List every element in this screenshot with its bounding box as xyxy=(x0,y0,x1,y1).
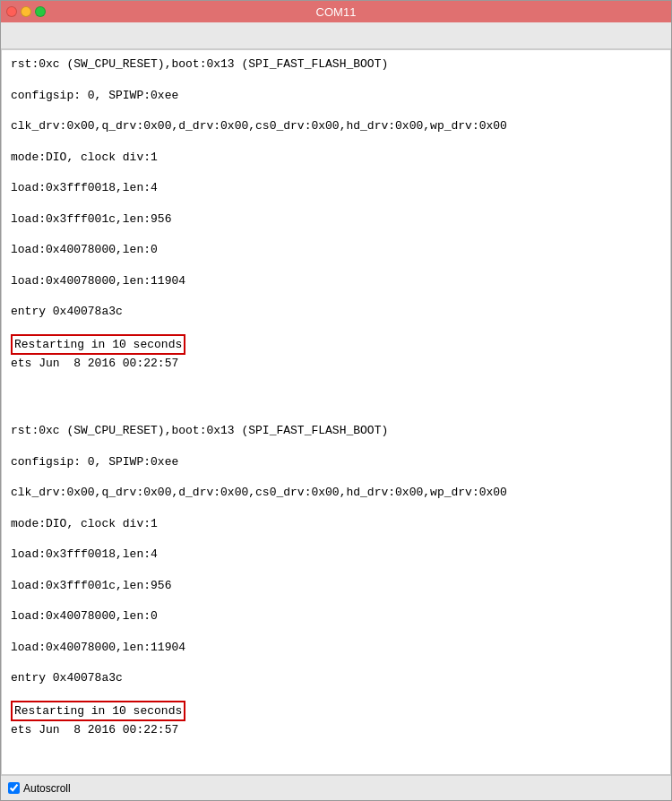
main-window: COM11 rst:0xc (SW_CPU_RESET),boot:0x13 (… xyxy=(0,0,672,801)
window-title: COM11 xyxy=(316,5,357,19)
log-block-2: rst:0xc (SW_CPU_RESET),boot:0x13 (SPI_FA… xyxy=(11,422,661,775)
log-line: clk_drv:0x00,q_drv:0x00,d_drv:0x00,cs0_d… xyxy=(11,117,661,135)
log-line: entry 0x40078a3c xyxy=(11,669,661,687)
log-line: mode:DIO, clock div:1 xyxy=(11,149,661,167)
log-line: load:0x3fff001c,len:956 xyxy=(11,577,661,595)
log-spacer xyxy=(11,753,661,771)
toolbar xyxy=(1,22,671,49)
log-line: configsip: 0, SPIWP:0xee xyxy=(11,87,661,105)
log-line: entry 0x40078a3c xyxy=(11,303,661,321)
log-line: load:0x40078000,len:11904 xyxy=(11,272,661,290)
maximize-button[interactable] xyxy=(35,6,46,17)
log-line: ets Jun 8 2016 00:22:57 xyxy=(11,355,661,373)
highlighted-log-line: Restarting in 10 seconds xyxy=(11,701,185,722)
log-line: load:0x40078000,len:0 xyxy=(11,241,661,259)
log-line: load:0x3fff0018,len:4 xyxy=(11,546,661,564)
autoscroll-label[interactable]: Autoscroll xyxy=(8,782,71,795)
log-block-1: rst:0xc (SW_CPU_RESET),boot:0x13 (SPI_FA… xyxy=(11,56,661,417)
log-line: ets Jun 8 2016 00:22:57 xyxy=(11,721,661,739)
bottom-bar: Autoscroll xyxy=(1,775,671,800)
log-line: rst:0xc (SW_CPU_RESET),boot:0x13 (SPI_FA… xyxy=(11,422,661,440)
highlighted-log-line: Restarting in 10 seconds xyxy=(11,334,185,356)
log-line: clk_drv:0x00,q_drv:0x00,d_drv:0x00,cs0_d… xyxy=(11,484,661,502)
serial-monitor-output[interactable]: rst:0xc (SW_CPU_RESET),boot:0x13 (SPI_FA… xyxy=(1,49,671,775)
autoscroll-text: Autoscroll xyxy=(23,782,71,795)
log-line: load:0x3fff001c,len:956 xyxy=(11,211,661,228)
close-button[interactable] xyxy=(6,6,17,17)
title-bar: COM11 xyxy=(1,1,671,22)
log-spacer xyxy=(11,386,661,404)
autoscroll-checkbox[interactable] xyxy=(8,782,20,794)
log-line: load:0x40078000,len:0 xyxy=(11,607,661,625)
log-line: load:0x40078000,len:11904 xyxy=(11,639,661,657)
window-controls xyxy=(6,6,46,17)
log-line: mode:DIO, clock div:1 xyxy=(11,515,661,533)
log-line: load:0x3fff0018,len:4 xyxy=(11,179,661,197)
log-line: rst:0xc (SW_CPU_RESET),boot:0x13 (SPI_FA… xyxy=(11,56,661,73)
minimize-button[interactable] xyxy=(21,6,31,17)
log-line: configsip: 0, SPIWP:0xee xyxy=(11,453,661,471)
